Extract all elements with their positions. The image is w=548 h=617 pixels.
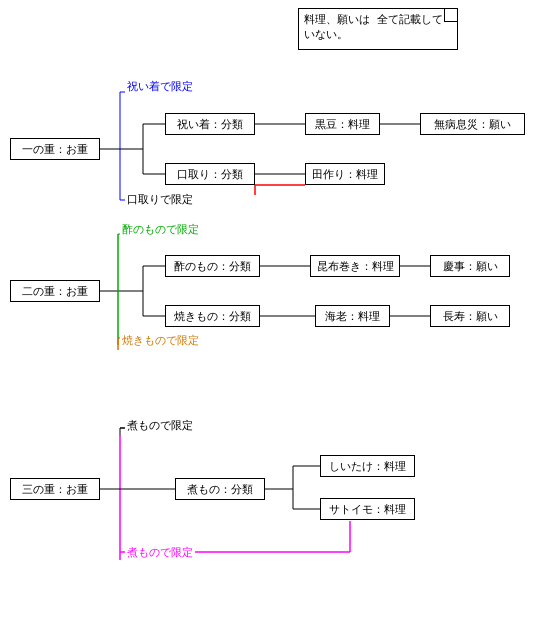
node-mubyo: 無病息災：願い [420,113,525,135]
node-nimo-cat: 煮もの：分類 [175,478,265,500]
node-iwai-cat: 祝い着：分類 [165,113,255,135]
diagram: 料理、願いは 全て記載していない。 一の重：お重 祝い着：分類 口取り：分類 黒… [0,0,548,617]
node-ichi: 一の重：お重 [10,138,100,160]
node-su-cat: 酢のもの：分類 [165,255,260,277]
node-kuchi-cat: 口取り：分類 [165,163,255,185]
node-satoimo: サトイモ：料理 [320,498,415,520]
node-ebi: 海老：料理 [315,305,390,327]
node-ni: 二の重：お重 [10,280,100,302]
label-nimo-limit-top: 煮もので限定 [125,418,195,433]
node-san: 三の重：お重 [10,478,100,500]
note-box: 料理、願いは 全て記載していない。 [298,8,458,50]
label-kuchi-limit: 口取りで限定 [125,192,195,207]
node-konbu: 昆布巻き：料理 [310,255,400,277]
label-iwai-limit: 祝い着で限定 [125,79,195,94]
node-shiitake: しいたけ：料理 [320,455,415,477]
label-yaki-limit: 焼きもので限定 [120,333,201,348]
node-kuromame: 黒豆：料理 [305,113,380,135]
label-su-limit: 酢のもので限定 [120,222,201,237]
node-keiro: 慶事：願い [430,255,510,277]
label-nimo-limit-bottom: 煮もので限定 [125,545,195,560]
node-choju: 長寿：願い [430,305,510,327]
node-tazukuri: 田作り：料理 [305,163,385,185]
node-yaki-cat: 焼きもの：分類 [165,305,260,327]
